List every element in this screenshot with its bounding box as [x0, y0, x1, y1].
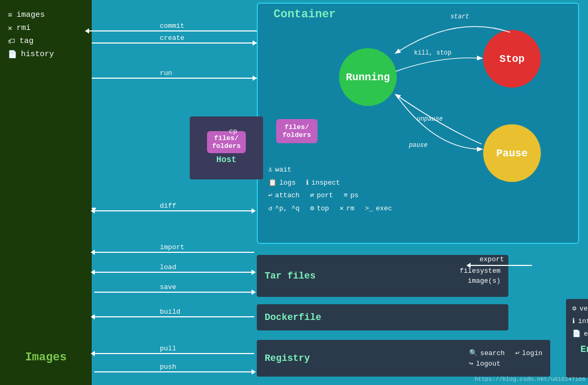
info-icon: ℹ — [306, 177, 309, 190]
sidebar-item-tag[interactable]: 🏷 tag — [8, 37, 34, 46]
sidebar-item-images[interactable]: ≡ images — [8, 10, 45, 19]
host-files-label: files/folders — [207, 131, 246, 153]
tar-details: filesystem image(s) — [460, 267, 500, 285]
doc-icon: 📄 — [8, 50, 17, 59]
anchor-icon: ⚓ — [268, 164, 273, 177]
state-running: Running — [339, 48, 397, 106]
engine-events: 📄 events — [572, 329, 588, 338]
host-box: files/folders Host — [190, 116, 263, 179]
watermark: https://blog.csdn.net/u010247166 — [475, 376, 585, 382]
save-label: save — [160, 283, 176, 291]
tar-box: Tar files filesystem image(s) — [257, 255, 508, 297]
ctrl-icon: ↺ — [268, 202, 273, 216]
list-icon: ≡ — [8, 11, 12, 19]
cmd-logs: 📋 logs — [268, 177, 296, 190]
container-box: Container Running Stop Pause start kill,… — [257, 3, 579, 244]
load-label: load — [160, 263, 176, 271]
svg-text:unpause: unpause — [417, 115, 443, 123]
tar-label: Tar files — [265, 271, 315, 281]
commit-arrow-line — [89, 30, 257, 31]
build-label: build — [160, 308, 180, 316]
engine-version: ⚙ version — [572, 304, 588, 313]
container-title: Container — [274, 8, 336, 21]
cmd-wait: ⚓ wait — [268, 164, 291, 177]
create-label: create — [160, 34, 184, 42]
port-icon: ⇄ — [310, 189, 314, 202]
registry-search: 🔍 search — [469, 349, 505, 357]
attach-icon: ↩ — [268, 189, 273, 202]
engine-box: ⚙ version ℹ info 📄 events Engine — [566, 299, 588, 378]
top-icon: ⚙ — [310, 202, 314, 216]
cmd-rm: ✕ rm — [340, 202, 354, 216]
cmd-port: ⇄ port — [310, 189, 333, 202]
sidebar-item-history[interactable]: 📄 history — [8, 50, 54, 59]
engine-info: ℹ info — [572, 317, 588, 325]
cmd-top: ⚙ top — [310, 202, 329, 216]
rm-icon: ✕ — [340, 202, 344, 216]
dockerfile-box: Dockerfile — [257, 304, 508, 330]
registry-label: Registry — [265, 353, 310, 363]
cp-label: cp — [229, 127, 237, 135]
state-pause: Pause — [483, 124, 541, 182]
commit-arrowhead — [85, 28, 89, 34]
svg-text:pause: pause — [408, 142, 428, 149]
container-files: files/folders — [276, 119, 318, 143]
push-label: push — [160, 363, 176, 371]
tag-icon: 🏷 — [8, 37, 15, 46]
run-label: run — [160, 69, 172, 77]
registry-login: ↩ login — [515, 349, 542, 357]
logs-icon: 📋 — [268, 177, 277, 190]
pull-label: pull — [160, 345, 176, 352]
cmd-exec: >_ exec — [365, 202, 392, 216]
engine-label: Engine — [581, 344, 588, 355]
cmd-ps: ≡ ps — [344, 189, 358, 202]
registry-box: Registry 🔍 search ↩ login ↪ logout — [257, 340, 550, 377]
svg-text:kill, stop: kill, stop — [414, 49, 451, 57]
registry-logout: ↪ logout — [469, 359, 500, 368]
sidebar: ≡ images ✕ rmi 🏷 tag 📄 history Images — [0, 0, 92, 385]
images-section-label: Images — [25, 351, 67, 375]
cmd-attach: ↩ attach — [268, 189, 300, 202]
events-icon: 📄 — [572, 329, 581, 338]
import-label: import — [160, 243, 184, 251]
x-icon: ✕ — [8, 24, 12, 33]
host-label: Host — [216, 155, 236, 165]
diff-label: diff — [160, 202, 176, 210]
commands-area: ⚓ wait 📋 logs ℹ inspect ↩ attach — [268, 164, 392, 216]
registry-commands: 🔍 search ↩ login ↪ logout — [469, 349, 542, 368]
export-label: export — [480, 255, 504, 263]
login-icon: ↩ — [515, 349, 519, 357]
sidebar-item-rmi[interactable]: ✕ rmi — [8, 24, 30, 33]
logout-icon: ↪ — [469, 359, 473, 368]
svg-text:start: start — [450, 13, 469, 20]
dockerfile-label: Dockerfile — [265, 312, 321, 323]
main-area: Container Running Stop Pause start kill,… — [92, 0, 588, 385]
commit-label: commit — [160, 22, 184, 30]
gear-icon: ⚙ — [572, 304, 576, 313]
cmd-ctrlpq: ↺ ^p, ^q — [268, 202, 300, 216]
exec-icon: >_ — [365, 202, 373, 216]
cmd-inspect: ℹ inspect — [306, 177, 340, 190]
state-stop: Stop — [483, 30, 541, 88]
search-icon: 🔍 — [469, 349, 477, 357]
info-icon2: ℹ — [572, 317, 575, 325]
ps-icon: ≡ — [344, 189, 348, 202]
